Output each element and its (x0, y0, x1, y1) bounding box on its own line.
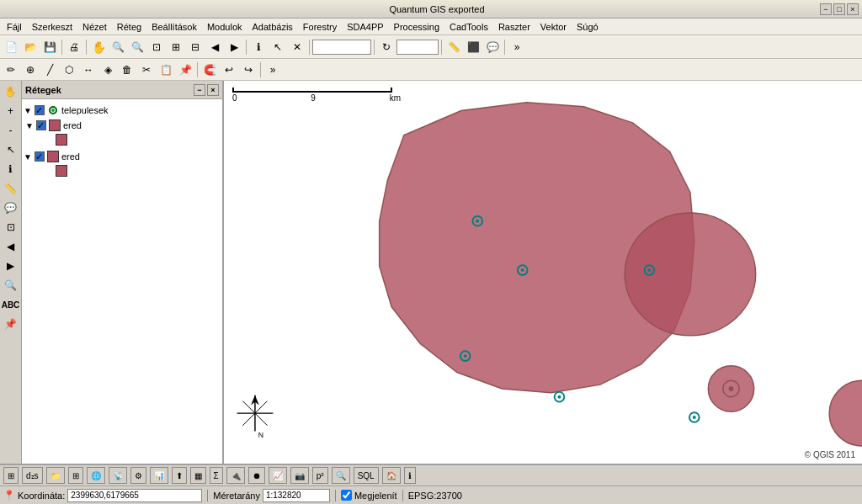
zoom-in-button[interactable]: 🔍 (109, 38, 127, 56)
layer-expand-2[interactable]: ▼ (25, 121, 34, 130)
taskbar-d2s-button[interactable]: d₂s (22, 467, 43, 484)
menu-database[interactable]: Adatbázis (247, 20, 298, 34)
move-feature-button[interactable]: ↔ (79, 61, 98, 79)
identify-button[interactable]: ℹ (249, 38, 268, 56)
pan-tool[interactable]: ✋ (2, 82, 20, 101)
annotation-button[interactable]: 💬 (483, 38, 502, 56)
zoom-out-button[interactable]: 🔍 (128, 38, 146, 56)
info-tool[interactable]: ℹ (2, 160, 20, 178)
zoom-out-tool[interactable]: - (2, 121, 20, 140)
zoom-prev-tool[interactable]: ◀ (2, 237, 20, 256)
menu-sda4pp[interactable]: SDA4PP (342, 20, 388, 34)
measure-tool[interactable]: 📏 (2, 179, 20, 198)
pan-button[interactable]: ✋ (89, 38, 108, 56)
menu-file[interactable]: Fájl (2, 20, 27, 34)
new-project-button[interactable]: 📄 (2, 38, 20, 56)
more-tools2-button[interactable]: » (263, 61, 282, 79)
menu-cadtools[interactable]: CadTools (444, 20, 493, 34)
taskbar-up-button[interactable]: 🏠 (382, 467, 401, 484)
scale-input[interactable]: 10,000 (312, 40, 371, 55)
add-line-button[interactable]: ╱ (40, 61, 59, 79)
menu-layer[interactable]: Réteg (112, 20, 146, 34)
delete-selected-button[interactable]: 🗑 (118, 61, 136, 79)
map-canvas[interactable]: 0 9 km (224, 81, 862, 464)
menu-settings[interactable]: Beállítások (146, 20, 202, 34)
snap-button[interactable]: 🧲 (200, 61, 219, 79)
layers-minus-button[interactable]: − (194, 84, 205, 96)
zoom-full-button[interactable]: ⊡ (147, 38, 166, 56)
layers-close-button[interactable]: × (207, 84, 219, 96)
taskbar-info2-button[interactable]: ℹ (404, 467, 416, 484)
print-button[interactable]: 🖨 (65, 38, 83, 56)
rotate-input[interactable]: 0,00 (396, 40, 439, 55)
annotation-tool[interactable]: 💬 (2, 199, 20, 217)
scale-value-input[interactable] (263, 489, 330, 502)
add-point-button[interactable]: ⊕ (21, 61, 40, 79)
zoom-next-tool[interactable]: ▶ (2, 257, 20, 275)
measure-button[interactable]: 📏 (444, 38, 463, 56)
taskbar-browser-button[interactable]: 🌐 (87, 467, 105, 484)
menu-modules[interactable]: Modulok (202, 20, 247, 34)
measure-area-button[interactable]: ⬛ (464, 38, 482, 56)
identify-tool[interactable]: 🔍 (2, 276, 20, 294)
menu-edit[interactable]: Szerkeszt (27, 20, 77, 34)
taskbar-p2-button[interactable]: p² (312, 467, 328, 484)
taskbar-arrow-button[interactable]: ⬆ (172, 467, 187, 484)
zoom-selection-button[interactable]: ⊟ (186, 38, 205, 56)
undo-button[interactable]: ↩ (220, 61, 238, 79)
redo-button[interactable]: ↪ (239, 61, 258, 79)
label-tool[interactable]: ABC (2, 295, 20, 314)
layer-expand-3[interactable]: ▼ (24, 152, 32, 162)
taskbar-main-button[interactable]: ⊞ (3, 467, 19, 484)
taskbar-settings-button[interactable]: ⚙ (130, 467, 146, 484)
select-button[interactable]: ↖ (269, 38, 287, 56)
menu-vector[interactable]: Vektor (535, 20, 572, 34)
zoom-layer-button[interactable]: ⊞ (167, 38, 185, 56)
rotate-button[interactable]: ↻ (377, 38, 396, 56)
scale-field: Méretarány (213, 489, 330, 502)
taskbar-record-button[interactable]: ⏺ (248, 467, 265, 484)
taskbar-chart2-button[interactable]: 📈 (269, 467, 287, 484)
zoom-box-tool[interactable]: ⊡ (2, 218, 20, 236)
menu-processing[interactable]: Processing (389, 20, 444, 34)
zoom-forward-button[interactable]: ▶ (225, 38, 243, 56)
taskbar-layers-button[interactable]: ⊞ (68, 467, 83, 484)
menu-forestry[interactable]: Forestry (298, 20, 342, 34)
small-circle-dot-1 (729, 386, 734, 391)
coord-input[interactable] (67, 489, 202, 502)
deselect-button[interactable]: ✕ (288, 38, 306, 56)
layer-visibility-1[interactable]: ✓ (35, 105, 45, 115)
taskbar-camera-button[interactable]: 📷 (290, 467, 309, 484)
taskbar-sql-button[interactable]: SQL (354, 467, 379, 484)
paste-button[interactable]: 📌 (176, 61, 194, 79)
taskbar-graph-button[interactable]: 📊 (150, 467, 168, 484)
cut-button[interactable]: ✂ (137, 61, 156, 79)
minimize-button[interactable]: − (820, 3, 832, 15)
select-tool[interactable]: ↖ (2, 141, 20, 159)
taskbar-file-button[interactable]: 📁 (46, 467, 65, 484)
menu-view[interactable]: Nézet (77, 20, 112, 34)
zoom-back-button[interactable]: ◀ (205, 38, 224, 56)
maximize-button[interactable]: □ (833, 3, 845, 15)
digitize-button[interactable]: ✏ (2, 61, 20, 79)
render-checkbox[interactable] (341, 490, 352, 501)
layer-expand-1[interactable]: ▼ (24, 106, 32, 115)
layer-visibility-2[interactable]: ✓ (36, 120, 46, 130)
node-tool-button[interactable]: ◈ (98, 61, 117, 79)
taskbar-table-button[interactable]: ▦ (190, 467, 206, 484)
open-button[interactable]: 📂 (21, 38, 40, 56)
taskbar-gps-button[interactable]: 📡 (109, 467, 127, 484)
taskbar-plugin-button[interactable]: 🔌 (226, 467, 245, 484)
menu-help[interactable]: Súgó (572, 20, 604, 34)
close-button[interactable]: × (847, 3, 859, 15)
pin-tool[interactable]: 📌 (2, 315, 20, 333)
taskbar-search-button[interactable]: 🔍 (332, 467, 350, 484)
more-tools-button[interactable]: » (508, 38, 526, 56)
save-button[interactable]: 💾 (40, 38, 59, 56)
taskbar-sum-button[interactable]: Σ (210, 467, 223, 484)
layer-visibility-3[interactable]: ✓ (35, 151, 45, 162)
zoom-in-tool[interactable]: + (2, 102, 20, 120)
copy-button[interactable]: 📋 (157, 61, 175, 79)
add-polygon-button[interactable]: ⬡ (60, 61, 78, 79)
menu-raster[interactable]: Raszter (493, 20, 535, 34)
